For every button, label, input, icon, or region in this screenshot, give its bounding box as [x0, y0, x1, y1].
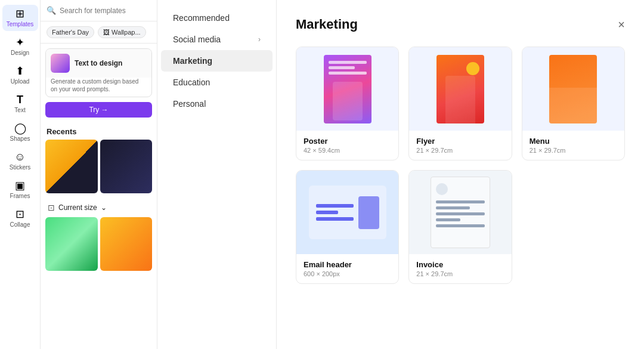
- invoice-line-3: [436, 212, 485, 215]
- templates-icon: ⊞: [16, 8, 24, 19]
- text-to-design-card: Text to design Generate a custom design …: [45, 48, 152, 97]
- ttd-header: Text to design: [46, 49, 151, 78]
- sidebar-item-stickers[interactable]: ☺ Stickers: [2, 148, 38, 174]
- invoice-line-5: [436, 224, 485, 227]
- email-line-3: [316, 217, 354, 221]
- flyer-size: 21 × 29.7cm: [416, 147, 504, 154]
- search-input[interactable]: [60, 7, 151, 15]
- poster-line-3: [329, 72, 367, 75]
- quick-tag-wallpaper[interactable]: 🖼 Wallpap...: [98, 26, 146, 38]
- recent-item-sneakers[interactable]: [45, 140, 98, 193]
- nav-item-recommended[interactable]: Recommended: [161, 7, 273, 29]
- shapes-icon: ◯: [14, 123, 26, 134]
- menu-name: Menu: [530, 137, 617, 146]
- current-size-section: ⊡ Current size ⌄: [41, 200, 157, 271]
- sidebar-item-design-label: Design: [11, 50, 29, 56]
- invoice-line-4: [436, 218, 460, 221]
- sidebar-item-stickers-label: Stickers: [10, 164, 31, 171]
- main-content: Marketing × Poster 42 × 59.4cm: [277, 0, 644, 349]
- invoice-visual: [431, 177, 490, 248]
- menu-info: Menu 21 × 29.7cm: [522, 131, 624, 160]
- nav-item-personal[interactable]: Personal: [161, 93, 273, 115]
- templates-grid-top: Poster 42 × 59.4cm Flyer 21 × 29.7cm: [296, 47, 625, 160]
- poster-info: Poster 42 × 59.4cm: [296, 131, 398, 160]
- flyer-visual: [436, 55, 484, 123]
- ttd-title: Text to design: [75, 59, 122, 67]
- stickers-icon: ☺: [14, 152, 25, 162]
- template-card-flyer[interactable]: Flyer 21 × 29.7cm: [408, 47, 512, 160]
- poster-name: Poster: [304, 137, 391, 146]
- chevron-right-icon: ›: [258, 35, 261, 44]
- sidebar-item-upload-label: Upload: [11, 78, 30, 85]
- email-lines: [316, 204, 354, 221]
- template-card-email-header[interactable]: Email header 600 × 200px: [296, 170, 399, 284]
- poster-line-2: [329, 66, 355, 69]
- recent-item-sound[interactable]: [100, 140, 153, 193]
- sidebar-item-frames[interactable]: ▣ Frames: [2, 177, 38, 203]
- sidebar-item-design[interactable]: ✦ Design: [2, 33, 38, 60]
- ttd-thumbnail: [51, 54, 70, 73]
- recents-title: Recents: [41, 122, 157, 140]
- panel-content: Text to design Generate a custom design …: [41, 44, 157, 349]
- poster-lines: [329, 61, 367, 77]
- nav-panel: Recommended Social media › Marketing Edu…: [157, 0, 277, 349]
- flyer-name: Flyer: [416, 137, 504, 146]
- sidebar-item-shapes[interactable]: ◯ Shapes: [2, 119, 38, 146]
- try-button[interactable]: Try →: [45, 102, 152, 118]
- email-visual: [309, 186, 386, 239]
- nav-item-education-label: Education: [173, 78, 210, 87]
- close-button[interactable]: ×: [618, 18, 625, 30]
- email-name: Email header: [304, 260, 391, 269]
- template-card-menu[interactable]: Menu 21 × 29.7cm: [522, 47, 625, 160]
- email-info: Email header 600 × 200px: [296, 254, 398, 283]
- empty-slot: [522, 170, 625, 284]
- flyer-person-shape: [445, 76, 475, 123]
- quick-tags: Father's Day 🖼 Wallpap...: [41, 21, 157, 44]
- quick-tag-fathers-day[interactable]: Father's Day: [47, 26, 94, 38]
- sidebar-item-upload[interactable]: ⬆ Upload: [2, 62, 38, 88]
- sidebar-item-text-label: Text: [14, 107, 25, 113]
- current-item-player[interactable]: [100, 217, 153, 271]
- template-card-invoice[interactable]: Invoice 21 × 29.7cm: [408, 170, 512, 284]
- email-size: 600 × 200px: [304, 270, 391, 277]
- sidebar-item-text[interactable]: T Text: [2, 91, 38, 117]
- menu-food-shape: [549, 88, 597, 123]
- current-size-grid: [45, 217, 152, 271]
- poster-thumbnail: [296, 47, 398, 131]
- design-icon: ✦: [16, 37, 24, 48]
- poster-size: 42 × 59.4cm: [304, 147, 391, 154]
- nav-item-social-media[interactable]: Social media ›: [161, 29, 273, 50]
- invoice-info: Invoice 21 × 29.7cm: [409, 254, 511, 283]
- invoice-size: 21 × 29.7cm: [416, 270, 504, 277]
- nav-item-recommended-label: Recommended: [173, 13, 230, 23]
- nav-item-marketing[interactable]: Marketing: [161, 50, 273, 72]
- current-size-button[interactable]: ⊡ Current size ⌄: [45, 200, 152, 217]
- email-line-2: [316, 211, 339, 214]
- template-card-poster[interactable]: Poster 42 × 59.4cm: [296, 47, 399, 160]
- menu-visual: [549, 55, 597, 123]
- templates-panel: 🔍 Father's Day 🖼 Wallpap... Text to desi…: [41, 0, 157, 349]
- nav-item-marketing-label: Marketing: [173, 56, 212, 66]
- collage-icon: ⊡: [16, 209, 24, 220]
- ttd-description: Generate a custom design based on your w…: [46, 78, 151, 97]
- current-item-lemon[interactable]: [45, 217, 98, 271]
- email-thumbnail: [296, 171, 398, 254]
- resize-icon: ⊡: [48, 203, 55, 212]
- sidebar-item-collage-label: Collage: [10, 221, 30, 228]
- flyer-badge-shape: [466, 62, 479, 75]
- upload-icon: ⬆: [16, 66, 24, 76]
- invoice-line-1: [436, 200, 485, 203]
- sidebar-item-collage[interactable]: ⊡ Collage: [2, 205, 38, 231]
- nav-item-education[interactable]: Education: [161, 72, 273, 93]
- main-title: Marketing: [296, 17, 358, 32]
- try-label: Try →: [89, 106, 108, 114]
- frames-icon: ▣: [15, 180, 25, 191]
- sidebar-item-templates-label: Templates: [7, 21, 34, 27]
- text-icon: T: [17, 94, 23, 105]
- invoice-name: Invoice: [416, 260, 504, 269]
- menu-size: 21 × 29.7cm: [530, 147, 617, 154]
- search-icon: 🔍: [47, 6, 56, 15]
- sidebar-item-templates[interactable]: ⊞ Templates: [2, 5, 38, 31]
- flyer-thumbnail: [409, 47, 511, 131]
- email-person-shape: [358, 196, 379, 229]
